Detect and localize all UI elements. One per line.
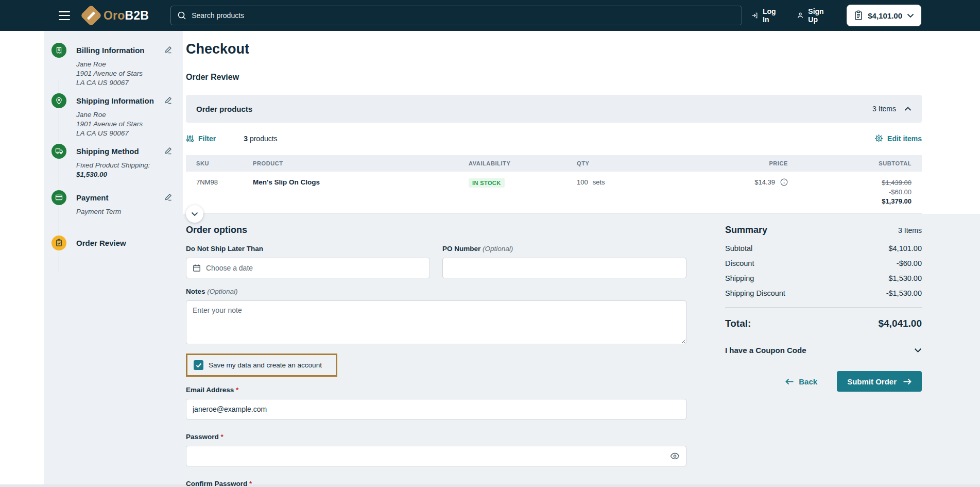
- step-title: Shipping Method: [76, 147, 139, 156]
- chevron-down-icon: [914, 348, 922, 353]
- email-field[interactable]: [186, 399, 686, 419]
- back-button[interactable]: Back: [785, 377, 817, 386]
- step-billing-information: $ Billing Information Jane Roe 1901 Aven…: [51, 42, 173, 88]
- subtotal-discount: -$60.00: [793, 188, 912, 197]
- filter-sliders-icon: [186, 135, 194, 143]
- step-payment: Payment Payment Term: [51, 190, 173, 216]
- save-account-highlight: Save my data and create an account: [186, 354, 337, 377]
- pencil-icon: [164, 193, 173, 201]
- shipping-street: 1901 Avenue of Stars: [76, 120, 173, 129]
- arrow-left-icon: [785, 378, 794, 385]
- pencil-icon: [164, 146, 173, 155]
- expand-products-button[interactable]: [186, 205, 203, 223]
- coupon-code-toggle[interactable]: I have a Coupon Code: [725, 346, 922, 355]
- subtotal-final: $1,379.00: [793, 197, 912, 206]
- step-subtitle: Order Review: [186, 73, 922, 82]
- po-number-input[interactable]: [449, 264, 680, 272]
- location-pin-icon: [51, 93, 66, 108]
- ship-later-field[interactable]: [186, 258, 430, 278]
- eye-icon: [670, 452, 680, 460]
- step-order-review: Order Review: [51, 235, 173, 250]
- products-toolbar: Filter 3 products Edit items: [186, 134, 922, 143]
- order-review-section: Checkout Order Review Order products 3 I…: [183, 31, 980, 214]
- edit-billing-button[interactable]: [164, 45, 173, 56]
- row-sku: 7NM98: [196, 178, 248, 206]
- edit-items-button[interactable]: Edit items: [874, 134, 922, 143]
- summary-divider: [725, 307, 922, 308]
- credit-card-icon: [51, 190, 66, 205]
- col-availability: AVAILABILITY: [469, 160, 572, 166]
- password-label: Password *: [186, 433, 686, 441]
- step-title: Order Review: [76, 239, 126, 247]
- date-input[interactable]: [206, 264, 423, 272]
- summary-row-shipping-discount: Shipping Discount-$1,530.00: [725, 289, 922, 297]
- hamburger-menu-icon[interactable]: [59, 11, 70, 20]
- logo-text: OroB2B: [104, 9, 149, 23]
- summary-title: Summary: [725, 225, 767, 236]
- user-icon: [797, 11, 804, 20]
- shipping-name: Jane Roe: [76, 110, 173, 120]
- notes-label: Notes (Optional): [186, 288, 686, 295]
- arrow-right-icon: [903, 378, 912, 385]
- order-products-header[interactable]: Order products 3 Items: [186, 95, 922, 123]
- orob2b-logo[interactable]: OroB2B: [83, 8, 149, 23]
- filter-button[interactable]: Filter: [186, 135, 216, 143]
- login-icon: [751, 11, 759, 20]
- pencil-icon: [164, 96, 173, 104]
- top-navbar: OroB2B Log In Sign Up $4,101.00: [0, 0, 980, 31]
- submit-order-button[interactable]: Submit Order: [837, 371, 922, 392]
- login-button[interactable]: Log In: [751, 7, 779, 24]
- page-title: Checkout: [186, 41, 922, 57]
- products-table-header: SKU PRODUCT AVAILABILITY QTY PRICE SUBTO…: [186, 155, 922, 172]
- back-label: Back: [799, 377, 817, 386]
- notes-textarea[interactable]: [186, 300, 686, 344]
- search-bar[interactable]: [170, 6, 742, 25]
- signup-button[interactable]: Sign Up: [797, 7, 829, 24]
- step-shipping-information: Shipping Information Jane Roe 1901 Avenu…: [51, 93, 173, 138]
- info-icon[interactable]: [780, 178, 788, 186]
- col-subtotal: SUBTOTAL: [793, 160, 912, 166]
- order-options-section: Order options Do Not Ship Later Than PO …: [183, 214, 980, 487]
- email-label: Email Address *: [186, 386, 686, 394]
- edit-payment-button[interactable]: [164, 193, 173, 203]
- password-field[interactable]: [186, 446, 686, 466]
- order-products-title: Order products: [196, 105, 252, 113]
- total-value: $4,041.00: [878, 318, 922, 329]
- password-input[interactable]: [193, 452, 665, 460]
- chevron-up-icon[interactable]: [904, 107, 912, 111]
- login-label: Log In: [763, 7, 779, 24]
- save-account-checkbox[interactable]: [194, 360, 203, 370]
- summary-total-row: Total: $4,041.00: [725, 318, 922, 329]
- edit-shipping-info-button[interactable]: [164, 96, 173, 106]
- chevron-down-icon: [191, 212, 198, 216]
- checkout-steps-sidebar: $ Billing Information Jane Roe 1901 Aven…: [44, 31, 183, 484]
- truck-icon: [51, 144, 66, 159]
- col-qty: QTY: [577, 160, 698, 166]
- cart-summary-button[interactable]: $4,101.00: [847, 5, 921, 26]
- step-title: Shipping Information: [76, 96, 154, 105]
- edit-shipping-method-button[interactable]: [164, 146, 173, 157]
- row-product-name[interactable]: Men's Slip On Clogs: [253, 178, 463, 206]
- logo-diamond-icon: [83, 8, 99, 23]
- payment-method-name: Payment Term: [76, 207, 173, 216]
- total-label: Total:: [725, 318, 751, 329]
- search-input[interactable]: [192, 11, 735, 20]
- filter-label: Filter: [198, 135, 216, 143]
- col-price: PRICE: [703, 160, 788, 166]
- search-icon: [177, 11, 186, 20]
- summary-row-shipping: Shipping$1,530.00: [725, 274, 922, 282]
- email-input[interactable]: [193, 405, 680, 413]
- ship-later-label: Do Not Ship Later Than: [186, 245, 430, 253]
- save-account-label[interactable]: Save my data and create an account: [209, 361, 322, 369]
- products-count: 3 products: [244, 135, 277, 143]
- table-row: 7NM98 Men's Slip On Clogs IN STOCK 100se…: [186, 172, 922, 214]
- shipping-method-name: Fixed Product Shipping:: [76, 161, 173, 170]
- signup-label: Sign Up: [808, 7, 829, 24]
- order-summary-panel: Summary 3 Items Subtotal$4,101.00 Discou…: [725, 225, 922, 487]
- row-subtotal: $1,439.00 -$60.00 $1,379.00: [793, 178, 912, 206]
- cart-total: $4,101.00: [868, 11, 902, 20]
- billing-street: 1901 Avenue of Stars: [76, 69, 173, 78]
- po-number-field[interactable]: [442, 258, 686, 278]
- toggle-password-visibility-button[interactable]: [670, 452, 680, 460]
- chevron-down-icon: [907, 13, 914, 18]
